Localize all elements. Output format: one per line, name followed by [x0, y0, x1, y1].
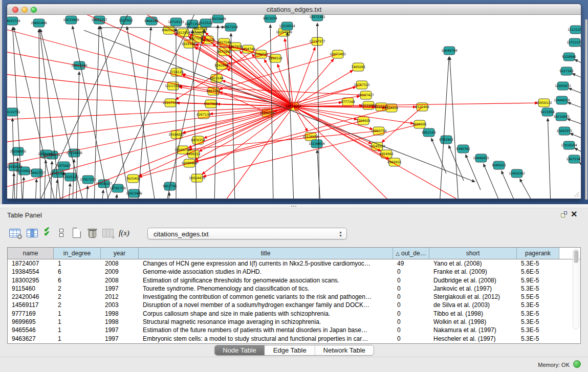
node-attribute-table: namein_degreeyeartitle△out_de…shortpager…	[7, 247, 581, 344]
network-node-label: 8960128	[162, 28, 176, 32]
network-node-label: 9675685	[217, 50, 231, 53]
table-row[interactable]: 946362711997Embryonic stem cells: a mode…	[8, 335, 580, 343]
table-cell: 9699695	[8, 318, 54, 326]
edge-arrowhead	[277, 63, 280, 68]
edge-arrowhead	[313, 47, 316, 51]
table-panel-title: Table Panel	[7, 211, 42, 219]
status-bar: Memory: OK	[0, 357, 588, 372]
network-edge	[23, 179, 24, 199]
table-cell: 14569117	[8, 301, 54, 309]
network-node-label: 20053346	[71, 63, 88, 67]
network-edge	[12, 174, 14, 199]
network-node-label: 8186328	[201, 38, 215, 41]
network-node-label: 9115460	[415, 105, 429, 108]
network-node-label: 13942757	[29, 171, 45, 174]
app-edge-strip	[0, 0, 2, 204]
table-cell: 2	[54, 293, 101, 301]
gear-icon	[17, 234, 22, 239]
network-edge	[205, 106, 293, 138]
network-node-label: 12213389	[165, 84, 181, 87]
table-row[interactable]: 2242004622012Investigating the contribut…	[8, 293, 580, 301]
network-node-label: 16033809	[210, 17, 226, 20]
network-window-titlebar[interactable]: citations_edges.txt	[7, 4, 581, 15]
window-title: citations_edges.txt	[7, 6, 581, 13]
edge-arrowhead	[350, 70, 354, 73]
network-edge	[51, 163, 52, 199]
tab-network-table[interactable]: Network Table	[315, 345, 374, 355]
memory-status-icon[interactable]	[573, 360, 581, 368]
edge-arrowhead	[69, 183, 72, 186]
edge-arrowhead	[227, 68, 231, 71]
network-node-label: 13675341	[566, 157, 581, 161]
edge-arrowhead	[11, 118, 14, 121]
tab-edge-table[interactable]: Edge Table	[265, 345, 315, 355]
table-cell: Estimation of the future numbers of pati…	[139, 326, 393, 334]
column-header-short[interactable]: short	[429, 248, 517, 259]
table-cell: 2012	[101, 293, 139, 301]
table-cell: 18724007	[8, 259, 54, 268]
delete-column-icon[interactable]	[88, 228, 97, 238]
network-node-label: 12218514	[279, 24, 295, 28]
select-columns-icon[interactable]: ✔✔	[44, 228, 50, 236]
new-column-icon[interactable]	[73, 228, 81, 238]
network-edge	[86, 187, 88, 199]
table-row[interactable]: 969969511998Structural magnetic resonanc…	[8, 318, 580, 326]
column-header-pagerank[interactable]: pagerank	[517, 248, 559, 259]
table-settings-icon[interactable]	[9, 229, 20, 237]
column-header-title[interactable]: title	[139, 248, 393, 259]
table-cell: Jankovic et al. (1997)	[429, 285, 517, 293]
table-cell: 5.6E-5	[517, 268, 559, 276]
network-node-label: 16107427	[358, 93, 374, 97]
column-header-name[interactable]: name	[8, 248, 54, 259]
float-panel-icon[interactable]	[561, 211, 568, 218]
delete-table-icon[interactable]	[102, 229, 114, 237]
edge-arrowhead	[316, 23, 319, 26]
table-cell: 1998	[101, 310, 139, 318]
network-node-label: 9154691	[384, 106, 399, 110]
table-cell: 9777169	[8, 310, 54, 318]
table-cell: 0	[393, 285, 429, 293]
table-cell: 5.3E-5	[517, 335, 559, 343]
table-selector-dropdown[interactable]: citations_edges.txt ▲▼	[147, 228, 347, 239]
network-edge	[253, 55, 293, 106]
network-node-label: 18110751	[7, 110, 20, 114]
network-canvas[interactable]: 1872400789601288912954132260589827508818…	[7, 15, 581, 199]
network-node-label: 25206050	[10, 149, 26, 153]
function-builder-icon[interactable]: f(x)	[119, 229, 129, 237]
table-row[interactable]: 1938455462009Genome-wide association stu…	[8, 268, 580, 276]
table-row[interactable]: 1456911722003Disruption of a novel membe…	[8, 301, 580, 309]
panel-splitter[interactable]	[0, 204, 588, 208]
network-node-label: 9215958	[540, 110, 555, 114]
column-header-year[interactable]: year	[101, 248, 139, 259]
table-row[interactable]: 911546021997Tourette syndrome. Phenomeno…	[8, 285, 580, 293]
show-columns-icon[interactable]	[27, 229, 38, 237]
network-node-label: 8466160	[144, 19, 159, 23]
table-row[interactable]: 946554611997Estimation of the future num…	[8, 326, 580, 334]
network-node-label: 14671358	[184, 22, 201, 26]
network-node-label: 9146821	[254, 52, 268, 56]
network-node-label: 9975887	[57, 164, 71, 167]
network-node-label: 10719133	[168, 20, 184, 24]
splitter-handle-icon[interactable]	[291, 205, 296, 207]
table-row[interactable]: 1830029562008Estimation of significance …	[8, 276, 580, 285]
table-scrollbar[interactable]	[573, 249, 579, 330]
row-height-icon[interactable]	[59, 229, 63, 238]
table-row[interactable]: 1872400712008Changes of HCN gene express…	[8, 259, 580, 268]
table-row[interactable]: 977716911998Corpus callosum shape and si…	[8, 310, 580, 318]
network-node-label: 18107554	[162, 101, 179, 104]
network-node-label: 15134454	[309, 142, 325, 145]
network-node-label: 9427552	[206, 89, 221, 93]
table-cell: Tourette syndrome. Phenomenology and cla…	[139, 285, 393, 293]
network-node-label: 9242848	[214, 63, 229, 67]
scrollbar-thumb[interactable]	[574, 250, 578, 263]
tab-node-table[interactable]: Node Table	[214, 345, 265, 355]
table-cell: 0	[393, 293, 429, 301]
column-header-in_degree[interactable]: in_degree	[54, 248, 101, 259]
close-panel-icon[interactable]: ✕	[571, 209, 577, 219]
column-header-out_de[interactable]: △out_de…	[393, 248, 429, 259]
edge-arrowhead	[194, 47, 198, 50]
table-cell: Estimation of significance thresholds fo…	[139, 276, 393, 285]
network-edge	[572, 134, 581, 141]
resize-grip[interactable]	[573, 190, 580, 198]
edge-arrowhead	[229, 33, 232, 36]
